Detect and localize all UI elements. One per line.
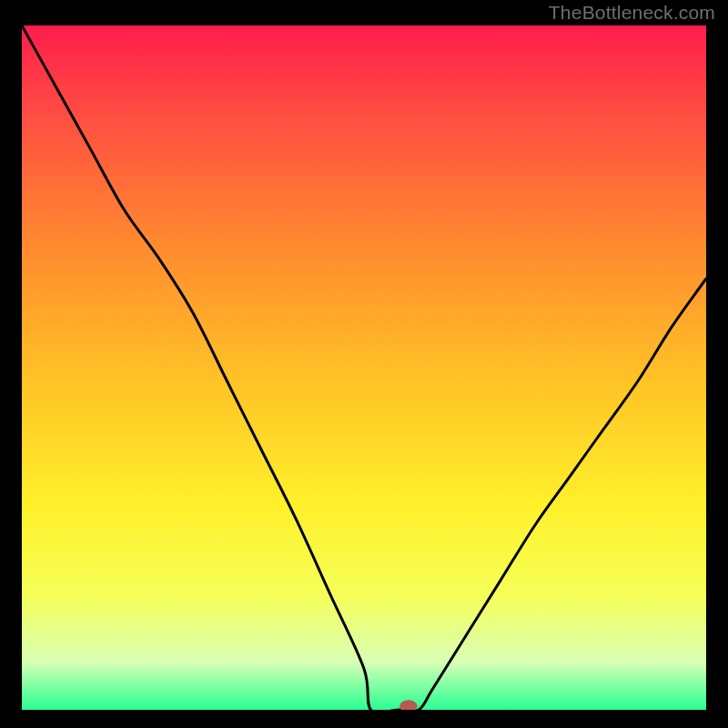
- chart-frame: TheBottleneck.com: [0, 0, 728, 728]
- gradient-background: [22, 25, 706, 710]
- watermark-text: TheBottleneck.com: [549, 2, 715, 24]
- bottleneck-chart: [22, 25, 706, 710]
- plot-area: [22, 25, 706, 710]
